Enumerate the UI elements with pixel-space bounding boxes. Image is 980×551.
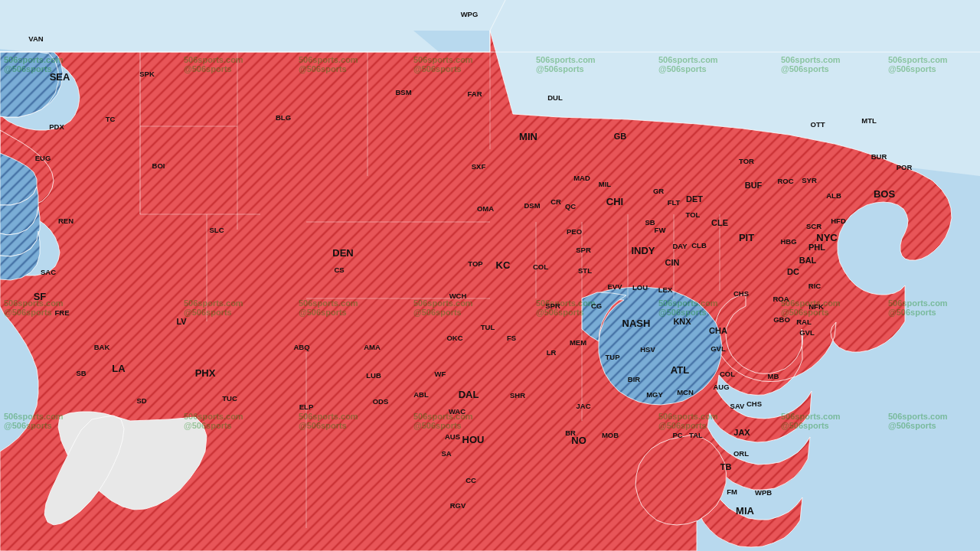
coverage-map	[0, 0, 980, 551]
map-container: 506sports.com @506sports 506sports.com @…	[0, 0, 980, 551]
